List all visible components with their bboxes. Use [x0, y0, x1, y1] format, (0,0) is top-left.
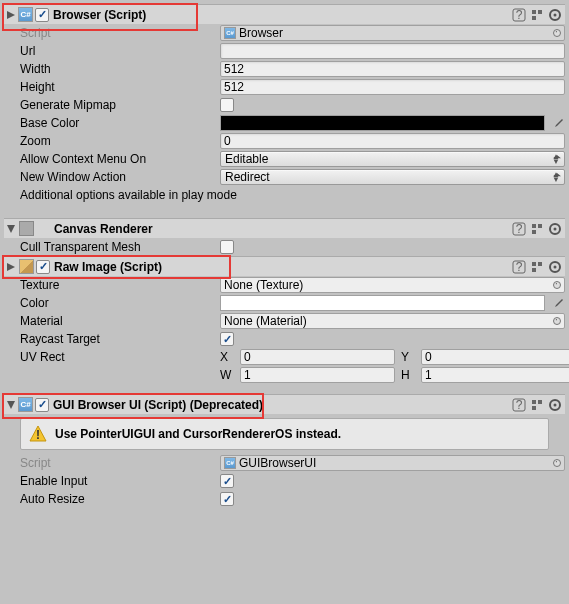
browser-header[interactable]: C# Browser (Script) ? — [4, 4, 565, 24]
auto-resize-checkbox[interactable] — [220, 492, 234, 506]
uv-x-label: X — [220, 350, 234, 364]
enable-input-label: Enable Input — [20, 474, 220, 488]
color-field[interactable] — [220, 295, 545, 311]
url-input[interactable] — [220, 43, 565, 59]
generate-mipmap-checkbox[interactable] — [220, 98, 234, 112]
csharp-script-icon: C# — [18, 397, 33, 412]
url-label: Url — [20, 44, 220, 58]
auto-resize-label: Auto Resize — [20, 492, 220, 506]
raycast-target-label: Raycast Target — [20, 332, 220, 346]
raw-image-header[interactable]: Raw Image (Script) ? — [4, 256, 565, 276]
color-label: Color — [20, 296, 220, 310]
texture-label: Texture — [20, 278, 220, 292]
deprecated-tag: (Deprecated) — [190, 398, 263, 412]
uv-w-label: W — [220, 368, 234, 382]
svg-point-7 — [554, 13, 557, 16]
object-picker-icon[interactable] — [553, 281, 561, 289]
canvas-renderer-header[interactable]: Canvas Renderer ? — [4, 218, 565, 238]
uv-rect-label: UV Rect — [20, 350, 220, 364]
new-window-action-dropdown[interactable]: Redirect▲▼ — [220, 169, 565, 185]
enable-checkbox[interactable] — [35, 398, 49, 412]
play-mode-note: Additional options available in play mod… — [4, 186, 565, 208]
svg-text:!: ! — [36, 428, 40, 442]
generate-mipmap-label: Generate Mipmap — [20, 98, 220, 112]
gear-icon[interactable] — [547, 259, 563, 275]
gear-icon[interactable] — [547, 221, 563, 237]
component-title: Browser (Script) — [53, 8, 511, 22]
object-picker-icon[interactable] — [553, 317, 561, 325]
material-label: Material — [20, 314, 220, 328]
svg-text:?: ? — [516, 260, 523, 274]
texture-field[interactable]: None (Texture) — [220, 277, 565, 293]
raycast-target-checkbox[interactable] — [220, 332, 234, 346]
eyedropper-icon[interactable] — [551, 116, 565, 130]
component-title: Canvas Renderer — [54, 222, 511, 236]
svg-rect-3 — [532, 10, 536, 14]
enable-input-checkbox[interactable] — [220, 474, 234, 488]
svg-marker-0 — [7, 11, 15, 19]
enable-checkbox[interactable] — [36, 260, 50, 274]
help-icon[interactable]: ? — [511, 221, 527, 237]
width-input[interactable] — [220, 61, 565, 77]
svg-text:?: ? — [516, 398, 523, 412]
preset-icon[interactable] — [529, 221, 545, 237]
foldout-icon[interactable] — [6, 262, 16, 272]
svg-rect-28 — [538, 400, 542, 404]
warning-icon: ! — [29, 425, 47, 443]
base-color-label: Base Color — [20, 116, 220, 130]
script-field: C#GUIBrowserUI — [220, 455, 565, 471]
eyedropper-icon[interactable] — [551, 296, 565, 310]
base-color-field[interactable] — [220, 115, 545, 131]
script-field: C#Browser — [220, 25, 565, 41]
svg-marker-8 — [7, 225, 15, 233]
cull-transparent-checkbox[interactable] — [220, 240, 234, 254]
raw-image-icon — [18, 259, 34, 275]
warning-box: ! Use PointerUIGUI and CursorRendererOS … — [20, 418, 549, 450]
svg-marker-24 — [7, 401, 15, 409]
gui-browser-ui-header[interactable]: C# GUI Browser UI (Script) (Deprecated) … — [4, 394, 565, 414]
canvas-renderer-icon — [18, 221, 34, 237]
svg-text:?: ? — [516, 8, 523, 22]
uv-w-input[interactable] — [240, 367, 395, 383]
svg-marker-16 — [7, 263, 15, 271]
preset-icon[interactable] — [529, 397, 545, 413]
foldout-icon[interactable] — [6, 10, 16, 20]
allow-context-menu-dropdown[interactable]: Editable▲▼ — [220, 151, 565, 167]
gear-icon[interactable] — [547, 7, 563, 23]
material-field[interactable]: None (Material) — [220, 313, 565, 329]
uv-y-label: Y — [401, 350, 415, 364]
height-input[interactable] — [220, 79, 565, 95]
uv-h-input[interactable] — [421, 367, 569, 383]
svg-rect-13 — [532, 230, 536, 234]
preset-icon[interactable] — [529, 7, 545, 23]
new-window-action-label: New Window Action — [20, 170, 220, 184]
preset-icon[interactable] — [529, 259, 545, 275]
svg-point-31 — [554, 403, 557, 406]
height-label: Height — [20, 80, 220, 94]
help-icon[interactable]: ? — [511, 397, 527, 413]
allow-context-menu-label: Allow Context Menu On — [20, 152, 220, 166]
gear-icon[interactable] — [547, 397, 563, 413]
uv-x-input[interactable] — [240, 349, 395, 365]
zoom-label: Zoom — [20, 134, 220, 148]
help-icon[interactable]: ? — [511, 259, 527, 275]
svg-point-23 — [554, 265, 557, 268]
svg-point-15 — [554, 227, 557, 230]
zoom-input[interactable] — [220, 133, 565, 149]
svg-rect-12 — [538, 224, 542, 228]
width-label: Width — [20, 62, 220, 76]
uv-y-input[interactable] — [421, 349, 569, 365]
script-label: Script — [20, 456, 220, 470]
svg-text:?: ? — [516, 222, 523, 236]
cull-transparent-label: Cull Transparent Mesh — [20, 240, 220, 254]
foldout-icon[interactable] — [6, 224, 16, 234]
enable-checkbox[interactable] — [35, 8, 49, 22]
svg-rect-27 — [532, 400, 536, 404]
foldout-icon[interactable] — [6, 400, 16, 410]
svg-rect-4 — [538, 10, 542, 14]
object-picker-icon — [553, 29, 561, 37]
help-icon[interactable]: ? — [511, 7, 527, 23]
warning-text: Use PointerUIGUI and CursorRendererOS in… — [55, 427, 341, 441]
component-title: GUI Browser UI (Script) (Deprecated) — [53, 398, 511, 412]
svg-rect-11 — [532, 224, 536, 228]
